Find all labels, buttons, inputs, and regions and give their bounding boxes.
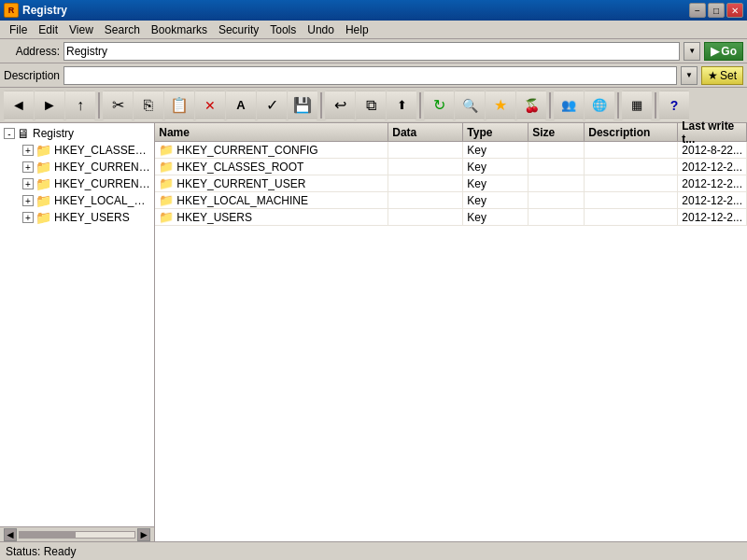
col-header-size[interactable]: Size bbox=[529, 123, 585, 141]
col-header-desc[interactable]: Description bbox=[585, 123, 678, 141]
set-button[interactable]: ★ Set bbox=[701, 66, 743, 85]
go-arrow-icon: ▶ bbox=[711, 45, 719, 58]
cell-name-text-2: HKEY_CURRENT_USER bbox=[176, 177, 305, 190]
help-button[interactable]: ? bbox=[659, 91, 689, 120]
desc-input[interactable] bbox=[63, 66, 677, 85]
menu-item-tools[interactable]: Tools bbox=[264, 21, 302, 38]
forward-button[interactable]: ► bbox=[35, 91, 64, 120]
cell-desc-3 bbox=[585, 192, 678, 208]
tree-expand-4[interactable]: + bbox=[22, 212, 34, 223]
check-button[interactable]: ✓ bbox=[257, 91, 287, 120]
tree-item-4[interactable]: + 📁 HKEY_USERS bbox=[21, 209, 152, 226]
cell-size-3 bbox=[529, 192, 585, 208]
address-label: Address: bbox=[4, 45, 60, 58]
menu-item-search[interactable]: Search bbox=[99, 21, 146, 38]
network-button[interactable]: 🍒 bbox=[516, 91, 546, 120]
row-folder-icon-0: 📁 bbox=[159, 143, 174, 157]
tree-root-expand[interactable]: - bbox=[4, 128, 15, 139]
data-rows: 📁 HKEY_CURRENT_CONFIG Key 2012-8-22... 📁… bbox=[155, 142, 747, 541]
menu-item-bookmarks[interactable]: Bookmarks bbox=[146, 21, 213, 38]
cell-name-text-4: HKEY_USERS bbox=[176, 211, 252, 224]
disconnect-button[interactable]: 🌐 bbox=[585, 91, 614, 120]
cell-desc-4 bbox=[585, 209, 678, 225]
desc-bar: Description ▼ ★ Set bbox=[0, 63, 747, 88]
view-button[interactable]: ▦ bbox=[622, 91, 652, 120]
cell-desc-2 bbox=[585, 175, 678, 191]
favorites-button[interactable]: ★ bbox=[486, 91, 515, 120]
desc-dropdown[interactable]: ▼ bbox=[681, 66, 698, 85]
cut-button[interactable]: ✂ bbox=[103, 91, 133, 120]
address-input[interactable] bbox=[63, 42, 680, 61]
menu-item-help[interactable]: Help bbox=[340, 21, 374, 38]
tree-item-2[interactable]: + 📁 HKEY_CURRENT_U... bbox=[21, 175, 152, 192]
main-content: - 🖥 Registry + 📁 HKEY_CLASSES_RC... + 📁 … bbox=[0, 123, 747, 541]
table-row[interactable]: 📁 HKEY_USERS Key 2012-12-2... bbox=[155, 209, 747, 226]
scroll-right-btn[interactable]: ► bbox=[137, 528, 150, 541]
cell-data-2 bbox=[388, 175, 463, 191]
col-header-data[interactable]: Data bbox=[388, 123, 463, 141]
col-header-type[interactable]: Type bbox=[463, 123, 529, 141]
rename-button[interactable]: A bbox=[226, 91, 256, 120]
undo-button[interactable]: ↩ bbox=[325, 91, 355, 120]
export-button[interactable]: ⬆ bbox=[387, 91, 416, 120]
menu-item-file[interactable]: File bbox=[4, 21, 33, 38]
tree-panel: - 🖥 Registry + 📁 HKEY_CLASSES_RC... + 📁 … bbox=[0, 123, 155, 541]
scroll-track bbox=[19, 531, 135, 539]
tree-expand-2[interactable]: + bbox=[22, 178, 34, 189]
menu-item-security[interactable]: Security bbox=[213, 21, 264, 38]
table-row[interactable]: 📁 HKEY_LOCAL_MACHINE Key 2012-12-2... bbox=[155, 192, 747, 209]
cell-lwt-3: 2012-12-2... bbox=[678, 192, 747, 208]
tree-item-1[interactable]: + 📁 HKEY_CURRENT_C... bbox=[21, 159, 152, 175]
tree-item-label-2: HKEY_CURRENT_U... bbox=[54, 177, 150, 190]
close-button[interactable]: ✕ bbox=[726, 3, 743, 18]
tree-item-3[interactable]: + 📁 HKEY_LOCAL_MACH... bbox=[21, 192, 152, 209]
scroll-thumb[interactable] bbox=[20, 532, 76, 538]
cell-lwt-0: 2012-8-22... bbox=[678, 142, 747, 158]
row-folder-icon-1: 📁 bbox=[159, 160, 174, 174]
delete-button[interactable]: ✕ bbox=[195, 91, 225, 120]
tree-root-label: Registry bbox=[33, 127, 74, 140]
desc-label: Description bbox=[4, 69, 60, 82]
col-header-name[interactable]: Name bbox=[155, 123, 388, 141]
address-dropdown[interactable]: ▼ bbox=[684, 42, 700, 61]
tree-expand-0[interactable]: + bbox=[22, 145, 34, 156]
cell-size-2 bbox=[529, 175, 585, 191]
copy2-button[interactable]: ⧉ bbox=[356, 91, 386, 120]
star-icon: ★ bbox=[708, 69, 718, 82]
cell-data-3 bbox=[388, 192, 463, 208]
menu-item-edit[interactable]: Edit bbox=[33, 21, 63, 38]
minimize-button[interactable]: − bbox=[689, 3, 706, 18]
cell-desc-1 bbox=[585, 159, 678, 175]
tree-item-0[interactable]: + 📁 HKEY_CLASSES_RC... bbox=[21, 142, 152, 159]
connect-button[interactable]: 👥 bbox=[554, 91, 584, 120]
cell-size-4 bbox=[529, 209, 585, 225]
paste-button[interactable]: 📋 bbox=[164, 91, 194, 120]
scroll-left-btn[interactable]: ◄ bbox=[4, 528, 17, 541]
tree-item-label-0: HKEY_CLASSES_RC... bbox=[54, 144, 150, 157]
col-header-lwt[interactable]: Last write t... bbox=[678, 123, 747, 141]
table-row[interactable]: 📁 HKEY_CURRENT_CONFIG Key 2012-8-22... bbox=[155, 142, 747, 159]
folder-icon-2: 📁 bbox=[35, 176, 51, 191]
go-button[interactable]: ▶ Go bbox=[704, 42, 743, 61]
menu-item-view[interactable]: View bbox=[63, 21, 99, 38]
back-button[interactable]: ◄ bbox=[4, 91, 34, 120]
maximize-button[interactable]: □ bbox=[708, 3, 725, 18]
copy-button[interactable]: ⎘ bbox=[134, 91, 163, 120]
tree-expand-3[interactable]: + bbox=[22, 195, 34, 206]
cell-data-1 bbox=[388, 159, 463, 175]
tree-expand-1[interactable]: + bbox=[22, 161, 34, 173]
col-headers: Name Data Type Size Description Last wri… bbox=[155, 123, 747, 142]
menu-item-undo[interactable]: Undo bbox=[302, 21, 340, 38]
tree-scrollbar[interactable]: ◄ ► bbox=[0, 526, 154, 541]
cell-name-3: 📁 HKEY_LOCAL_MACHINE bbox=[155, 192, 388, 208]
table-row[interactable]: 📁 HKEY_CURRENT_USER Key 2012-12-2... bbox=[155, 175, 747, 192]
folder-icon-0: 📁 bbox=[35, 143, 51, 158]
title-text: Registry bbox=[22, 4, 689, 17]
refresh-button[interactable]: ↻ bbox=[424, 91, 454, 120]
go-label: Go bbox=[721, 45, 737, 58]
save-button[interactable]: 💾 bbox=[288, 91, 317, 120]
tree-root-item[interactable]: - 🖥 Registry bbox=[2, 125, 152, 142]
table-row[interactable]: 📁 HKEY_CLASSES_ROOT Key 2012-12-2... bbox=[155, 159, 747, 175]
find-button[interactable]: 🔍 bbox=[455, 91, 485, 120]
up-button[interactable]: ↑ bbox=[65, 91, 95, 120]
